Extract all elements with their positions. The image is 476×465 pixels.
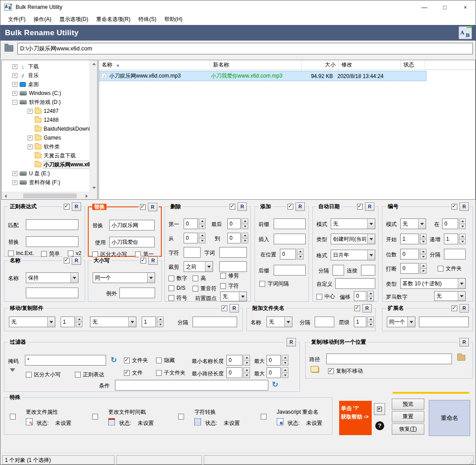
remove-leaddots-dropdown[interactable]: 无 [220, 292, 247, 301]
numbering-at-input[interactable] [442, 218, 458, 229]
preview-button[interactable]: 预览 [392, 399, 424, 410]
column-new-name[interactable]: 新名称 [210, 60, 302, 70]
name-input[interactable] [26, 288, 78, 298]
chevron-down-icon[interactable] [418, 219, 426, 229]
replace-reset-button[interactable]: R [148, 203, 157, 211]
add-prefix-input[interactable] [274, 218, 306, 229]
expand-icon[interactable]: + [28, 136, 33, 140]
reset-button[interactable]: 重置 [392, 411, 424, 422]
scroll-up-arrow[interactable] [90, 60, 98, 68]
remove-trim-checkbox[interactable] [220, 273, 226, 279]
expand-icon[interactable]: + [12, 64, 17, 69]
filters-minname-input[interactable] [226, 355, 242, 366]
appendfolder-name-dropdown[interactable]: 无 [267, 317, 292, 327]
tree-item-downloads[interactable]: +↓下载 [2, 62, 90, 71]
scroll-down-arrow[interactable] [90, 184, 98, 192]
remove-first-spinner[interactable] [199, 218, 205, 229]
numbering-incr-spinner[interactable] [459, 234, 466, 244]
regex-enable-checkbox[interactable] [64, 204, 70, 210]
collapse-panel-button[interactable] [374, 403, 385, 415]
filters-reset-button[interactable]: R [287, 338, 296, 346]
remove-reset-button[interactable]: R [238, 202, 247, 211]
menu-file[interactable]: 文件(F) [4, 14, 29, 25]
name-enable-checkbox[interactable] [64, 258, 70, 263]
appendfolder-enable-checkbox[interactable] [354, 305, 360, 311]
tree-item-games[interactable]: +Games [2, 133, 90, 142]
expand-icon[interactable]: + [12, 180, 17, 185]
scroll-right-arrow[interactable] [83, 192, 90, 200]
movecopy-n2-input[interactable] [142, 317, 156, 327]
chevron-down-icon[interactable] [205, 262, 213, 272]
menu-rename-options[interactable]: 重命名选项(R) [92, 14, 135, 25]
filters-minpath-input[interactable] [226, 367, 242, 378]
filters-folders-checkbox[interactable] [124, 358, 130, 363]
case-exceptions-input[interactable] [119, 288, 155, 298]
minimize-button[interactable]: — [414, 0, 435, 14]
extension-reset-button[interactable]: R [460, 304, 469, 313]
column-size[interactable]: 大小 [302, 60, 339, 70]
remove-to-spinner[interactable] [242, 233, 248, 243]
numbering-reset-button[interactable]: R [460, 202, 469, 211]
regex-replace-input[interactable] [26, 236, 78, 247]
movecopy-reset-button[interactable]: R [230, 304, 239, 313]
expand-icon[interactable]: + [12, 91, 17, 96]
revert-button[interactable]: 恢复(T) [392, 424, 424, 435]
filters-regex-checkbox[interactable] [75, 372, 81, 378]
chevron-down-icon[interactable] [128, 317, 136, 327]
tree-item-baidunetdisk[interactable]: BaiduNetdiskDownlo [2, 124, 90, 133]
replace-search-input[interactable] [109, 220, 155, 230]
remove-words-input[interactable] [219, 247, 247, 258]
tree-item-tianyi[interactable]: 天翼云盘下载 [2, 151, 90, 160]
remove-ds-checkbox[interactable] [168, 285, 174, 291]
numbering-start-input[interactable] [400, 234, 419, 244]
autodate-enable-checkbox[interactable] [357, 204, 363, 210]
regex-match-input[interactable] [26, 219, 78, 230]
remove-first-input[interactable] [184, 218, 198, 229]
numbering-roman-dropdown[interactable]: 无 [434, 291, 466, 301]
remove-chars-input[interactable] [184, 247, 201, 258]
chevron-down-icon[interactable] [284, 317, 292, 327]
movecopy-to-dropdown[interactable]: 无 [90, 317, 136, 327]
numbering-pad-input[interactable] [400, 249, 419, 259]
refresh-icon[interactable]: ↻ [272, 381, 278, 388]
filters-minpath-spinner[interactable] [243, 367, 250, 378]
numbering-type-dropdown[interactable]: 基数 10 (十进制) [400, 278, 466, 289]
expand-icon[interactable]: + [28, 144, 33, 149]
chevron-down-icon[interactable] [239, 292, 246, 301]
help-question-icon[interactable]: ? [375, 421, 384, 430]
file-row-selected[interactable]: ♪ 小刀娱乐网www.x6d.com.mp3 小刀我爱你www.x6d.com.… [100, 71, 426, 81]
remove-from-spinner[interactable] [199, 233, 205, 243]
autodate-offset-spinner[interactable] [367, 291, 374, 301]
remove-high-checkbox[interactable] [193, 276, 198, 281]
path-input[interactable] [17, 43, 473, 54]
remove-to-input[interactable] [227, 233, 241, 243]
autodate-reset-button[interactable]: R [365, 202, 374, 211]
chevron-down-icon[interactable] [458, 279, 465, 288]
appendfolder-reset-button[interactable]: R [362, 304, 372, 313]
movecopy-n1-input[interactable] [61, 317, 75, 327]
movecopy-n2-spinner[interactable] [157, 317, 164, 327]
tree-item-desktop[interactable]: +桌面 [2, 80, 90, 89]
filters-minname-spinner[interactable] [243, 355, 250, 366]
tree-item-software[interactable]: +软件类 [2, 142, 90, 151]
scroll-thumb[interactable] [23, 193, 77, 198]
movecopy-from-dropdown[interactable]: 无 [9, 317, 55, 327]
numbering-start-spinner[interactable] [420, 234, 427, 244]
chevron-down-icon[interactable] [367, 219, 375, 229]
case-mode-dropdown[interactable]: 同一个 [93, 272, 155, 283]
appendfolder-level-input[interactable] [354, 317, 366, 327]
movecopy-n1-spinner[interactable] [76, 317, 82, 327]
case-reset-button[interactable]: R [148, 256, 158, 265]
replace-case-checkbox[interactable] [92, 251, 98, 257]
numbering-at-spinner[interactable] [459, 218, 466, 229]
extension-input[interactable] [419, 317, 469, 327]
remove-digits-checkbox[interactable] [168, 276, 174, 281]
browse-folder-icon[interactable] [457, 355, 465, 361]
appendfolder-level-spinner[interactable] [367, 317, 374, 327]
maximize-button[interactable]: □ [435, 0, 455, 14]
close-button[interactable]: × [455, 0, 476, 14]
autodate-sep-input[interactable] [332, 265, 344, 276]
menu-display-options[interactable]: 显示选项(D) [55, 14, 92, 25]
scroll-left-arrow[interactable] [2, 192, 9, 200]
numbering-folder-checkbox[interactable] [438, 266, 443, 272]
